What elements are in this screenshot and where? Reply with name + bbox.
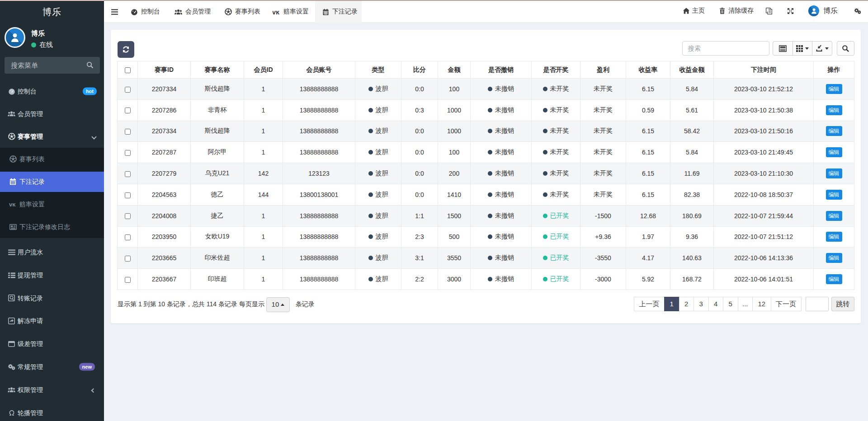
svg-text:vĸ: vĸ (9, 201, 16, 207)
svg-text:vĸ: vĸ (273, 9, 280, 15)
